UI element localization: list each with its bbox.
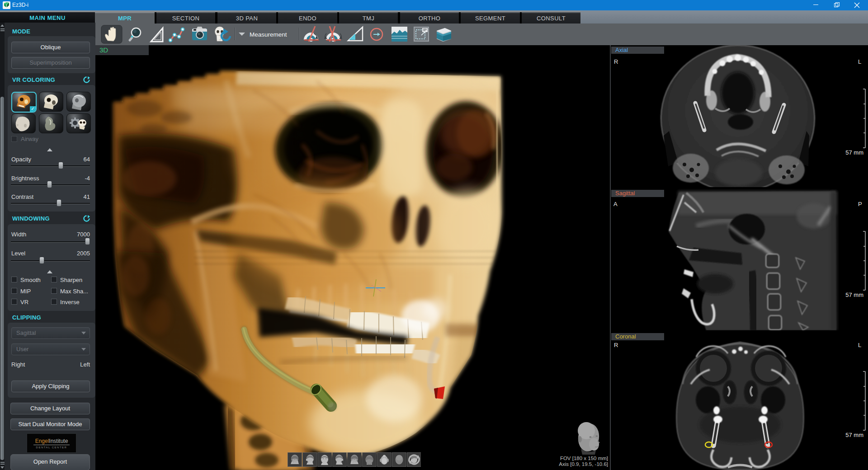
svg-text:Measurement: Measurement [250,31,287,38]
